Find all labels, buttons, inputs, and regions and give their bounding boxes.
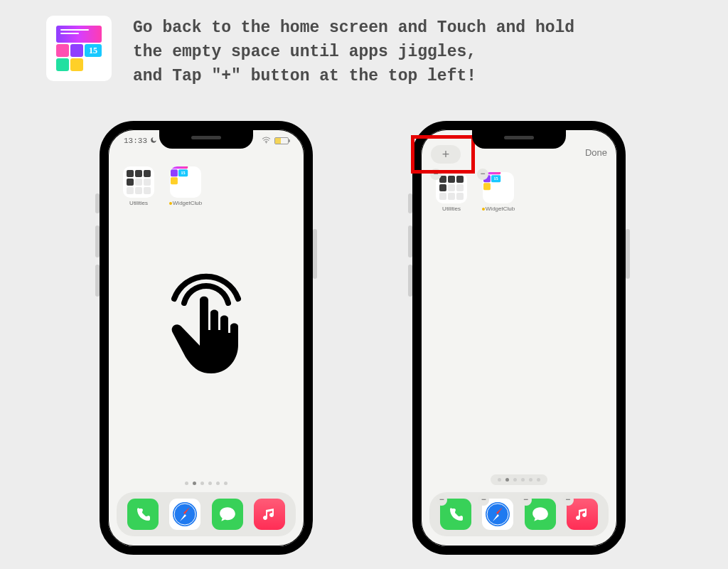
dock [117,492,296,536]
app-label: Utilities [129,200,148,206]
dock-safari-icon[interactable]: − [482,499,513,530]
side-button [408,225,412,257]
done-button[interactable]: Done [585,147,607,158]
side-button [95,225,100,257]
phone-notch [159,129,253,149]
phone-notch [472,129,566,149]
dock-music-icon[interactable]: − [567,499,598,530]
phone-jiggle-mode: + Done − Utilities − [412,121,626,555]
remove-badge-icon[interactable]: − [520,494,532,506]
home-apps[interactable]: Utilities 15 WidgetClub [121,166,203,206]
instruction-line: Go back to the home screen and Touch and… [133,16,574,40]
instruction-line: the empty space until apps jiggles, [133,40,574,64]
widgetclub-app[interactable]: − 15 WidgetClub [481,172,516,212]
remove-badge-icon[interactable]: − [436,494,447,506]
remove-badge-icon[interactable]: − [477,169,488,180]
widgetclub-app[interactable]: 15 WidgetClub [168,166,203,206]
dock-safari-icon[interactable] [169,499,200,530]
instruction-text: Go back to the home screen and Touch and… [133,16,574,88]
instruction-line: and Tap "+" button at the top left! [133,64,574,88]
page-indicator[interactable] [185,482,228,485]
side-button [408,193,412,213]
side-button [408,265,412,297]
page-indicator[interactable] [491,474,547,485]
touch-hold-gesture-icon [153,265,259,382]
home-apps[interactable]: − Utilities − 15 [434,172,516,212]
app-label: WidgetClub [169,200,202,206]
utilities-folder[interactable]: − Utilities [434,172,469,212]
utilities-folder[interactable]: Utilities [121,166,156,206]
side-button [95,265,100,297]
status-time: 13:33 [124,137,147,145]
dock-messages-icon[interactable] [212,499,243,530]
widgetclub-app-icon: 15 [46,16,112,81]
wifi-icon [262,137,271,146]
dock-phone-icon[interactable]: − [440,499,471,530]
dock-phone-icon[interactable] [127,499,159,530]
dock-messages-icon[interactable]: − [525,499,556,530]
svg-point-0 [266,142,267,143]
app-label: WidgetClub [482,206,515,212]
highlight-box [411,135,475,174]
remove-badge-icon[interactable]: − [562,494,574,506]
side-button [95,193,100,213]
dock: − − − − [429,492,609,536]
app-label: Utilities [442,206,461,212]
dock-music-icon[interactable] [254,499,285,530]
side-button [626,229,630,279]
phone-normal-mode: 13:33 Utilities [100,121,313,555]
battery-icon [274,137,289,144]
moon-icon [150,137,157,146]
side-button [313,229,317,279]
